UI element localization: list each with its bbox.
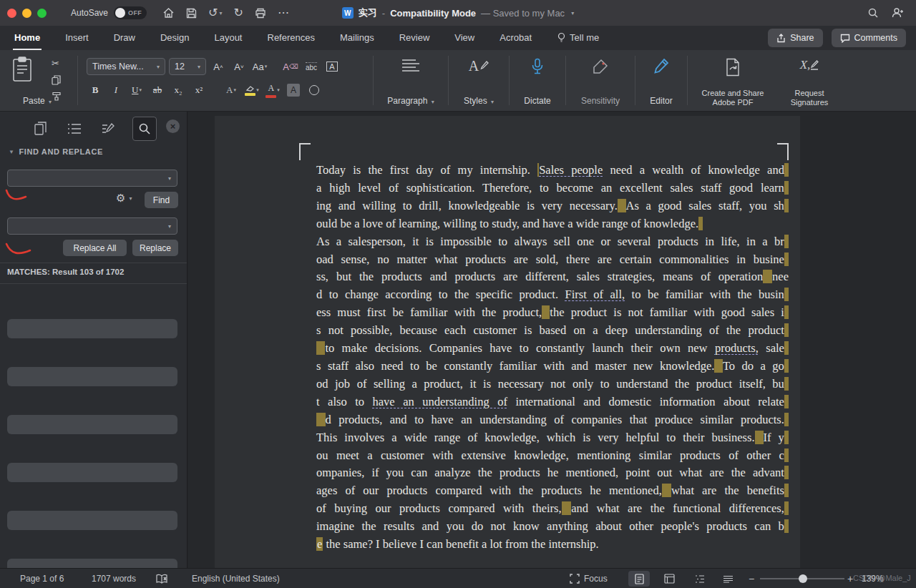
page-count-label[interactable]: Page 1 of 6 — [20, 574, 64, 584]
thumbnails-pane-icon[interactable] — [31, 119, 50, 138]
share-button[interactable]: Share — [768, 29, 822, 47]
zoom-window-button[interactable] — [37, 9, 47, 18]
close-sidebar-button[interactable]: × — [166, 119, 180, 133]
character-shading-button[interactable]: A — [285, 82, 302, 99]
adobe-pdf-group[interactable]: Create and ShareAdobe PDF — [691, 50, 775, 111]
font-size-dropdown[interactable]: 12▾ — [169, 58, 206, 75]
underline-button[interactable]: U▾ — [128, 82, 145, 99]
tab-draw[interactable]: Draw — [112, 26, 137, 50]
search-match-highlight — [784, 359, 789, 373]
undo-button[interactable]: ↺▾ — [208, 7, 222, 19]
grow-font-button[interactable]: A˄ — [210, 58, 227, 75]
tab-layout[interactable]: Layout — [213, 26, 243, 50]
search-icon[interactable] — [867, 7, 879, 19]
request-signatures-group[interactable]: X, RequestSignatures — [775, 50, 844, 111]
headings-pane-icon[interactable] — [65, 119, 84, 138]
editor-group[interactable]: Editor — [638, 50, 684, 111]
tab-acrobat[interactable]: Acrobat — [498, 26, 533, 50]
language-label[interactable]: English (United States) — [192, 574, 280, 584]
tab-insert[interactable]: Insert — [64, 26, 90, 50]
print-icon[interactable] — [255, 8, 266, 19]
search-pane-tab[interactable] — [132, 117, 157, 141]
find-replace-panel-title[interactable]: ▼ FIND AND REPLACE — [9, 147, 103, 156]
comments-button[interactable]: Comments — [832, 29, 906, 47]
change-case-button[interactable]: Aa▾ — [251, 58, 268, 75]
doc-line: e the same? I believe I can benefit a lo… — [316, 536, 789, 554]
edit-pane-icon[interactable] — [99, 119, 117, 138]
doc-line: ages of our products compared with the p… — [316, 482, 789, 500]
highlight-color-button[interactable]: ▾ — [243, 82, 260, 99]
font-color-button[interactable]: A▾ — [264, 82, 281, 99]
document-page[interactable]: Today is the first day of my internship.… — [215, 116, 800, 568]
autosave-toggle[interactable]: OFF — [114, 6, 147, 19]
clear-formatting-icon[interactable]: A⌫ — [282, 58, 299, 75]
copy-icon[interactable] — [52, 75, 62, 85]
italic-button[interactable]: I — [107, 82, 125, 99]
document-text[interactable]: Today is the first day of my internship.… — [316, 162, 789, 554]
dictate-group[interactable]: Dictate — [512, 50, 562, 111]
phonetic-guide-icon[interactable]: abc — [303, 58, 320, 75]
tab-mailings[interactable]: Mailings — [338, 26, 376, 50]
font-size-value: 12 — [175, 62, 185, 72]
doc-line: ess must first be familiar with the prod… — [316, 304, 789, 322]
strikethrough-button[interactable]: ab — [149, 82, 166, 99]
search-result-item[interactable] — [7, 511, 177, 530]
font-name-dropdown[interactable]: Times New...▾ — [87, 58, 165, 75]
save-icon[interactable] — [186, 8, 197, 19]
redo-button[interactable]: ↻ — [233, 7, 243, 19]
print-layout-view-button[interactable] — [628, 571, 650, 587]
sensitivity-group[interactable]: Sensitivity — [569, 50, 632, 111]
tab-view[interactable]: View — [453, 26, 476, 50]
search-match-highlight — [784, 341, 789, 355]
search-result-item[interactable] — [7, 319, 177, 338]
enclose-characters-button[interactable] — [306, 82, 323, 99]
subscript-button[interactable]: x₂ — [170, 82, 187, 99]
close-window-button[interactable] — [7, 9, 16, 18]
text-effects-button[interactable]: A▾ — [223, 82, 240, 99]
outline-view-button[interactable] — [688, 571, 710, 587]
styles-group[interactable]: A Styles ▾ — [452, 50, 506, 111]
paste-group[interactable]: ✂ Paste ▾ — [0, 50, 74, 111]
zoom-slider-thumb[interactable] — [799, 574, 807, 583]
zoom-in-button[interactable]: + — [847, 573, 853, 584]
shrink-font-button[interactable]: A˅ — [230, 58, 248, 75]
doc-title-saved[interactable]: — Saved to my Mac — [481, 8, 565, 19]
paragraph-group[interactable]: Paragraph ▾ — [376, 50, 445, 111]
web-layout-view-button[interactable] — [658, 571, 680, 587]
sidebar-tab-strip — [31, 115, 157, 142]
focus-mode-button[interactable]: Focus — [570, 569, 608, 588]
paste-label[interactable]: Paste ▾ — [0, 96, 74, 106]
cut-icon[interactable]: ✂ — [52, 58, 62, 69]
search-match-highlight — [714, 359, 722, 373]
character-border-icon[interactable]: A — [323, 58, 341, 75]
home-icon[interactable] — [162, 7, 175, 19]
tab-references[interactable]: References — [266, 26, 316, 50]
minimize-window-button[interactable] — [22, 9, 31, 18]
search-result-item[interactable] — [7, 559, 177, 568]
clipboard-small-buttons: ✂ — [52, 58, 62, 101]
search-result-item[interactable] — [7, 367, 177, 386]
more-commands-button[interactable]: ⋯ — [278, 7, 289, 19]
spellcheck-underline: products, — [715, 341, 759, 355]
replace-button[interactable]: Replace — [132, 240, 178, 256]
find-button[interactable]: Find — [145, 192, 178, 208]
user-icon[interactable] — [892, 7, 905, 19]
proofing-status-icon[interactable] — [156, 569, 168, 588]
search-result-item[interactable] — [7, 463, 177, 482]
tab-design[interactable]: Design — [159, 26, 190, 50]
find-input[interactable]: ▾ — [7, 170, 177, 187]
replace-input[interactable]: ▾ — [7, 217, 177, 235]
tab-tell-me[interactable]: Tell me — [555, 26, 600, 50]
bold-button[interactable]: B — [87, 82, 104, 99]
word-count-label[interactable]: 1707 words — [92, 574, 136, 584]
zoom-out-button[interactable]: − — [749, 573, 754, 584]
superscript-button[interactable]: x² — [190, 82, 208, 99]
tab-home[interactable]: Home — [13, 26, 42, 50]
paste-clipboard-icon[interactable] — [11, 57, 33, 82]
comment-icon — [840, 34, 850, 43]
search-result-item[interactable] — [7, 415, 177, 434]
draft-view-button[interactable] — [717, 571, 739, 587]
search-options-button[interactable]: ⚙▾ — [116, 192, 132, 205]
replace-all-button[interactable]: Replace All — [63, 240, 127, 256]
tab-review[interactable]: Review — [398, 26, 432, 50]
